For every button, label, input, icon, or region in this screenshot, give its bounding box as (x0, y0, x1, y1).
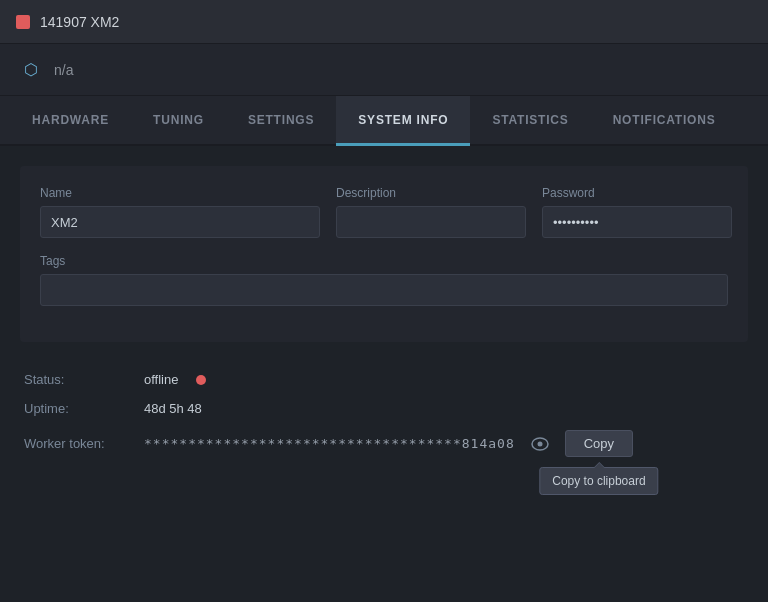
status-label: Status: (24, 372, 144, 387)
svg-point-1 (537, 441, 542, 446)
name-label: Name (40, 186, 320, 200)
form-section: Name Description Password Tags (20, 166, 748, 342)
worker-token-text: ************************************814a… (144, 436, 515, 451)
tab-settings[interactable]: SETTINGS (226, 96, 336, 146)
uptime-label: Uptime: (24, 401, 144, 416)
uptime-row: Uptime: 48d 5h 48 (24, 401, 744, 416)
description-label: Description (336, 186, 526, 200)
status-text: offline (144, 372, 178, 387)
password-group: Password (542, 186, 732, 238)
copy-tooltip: Copy to clipboard (539, 467, 658, 495)
status-indicator (196, 375, 206, 385)
form-row-top: Name Description Password (40, 186, 728, 238)
copy-button[interactable]: Copy (565, 430, 633, 457)
form-row-tags: Tags (40, 254, 728, 306)
tab-hardware[interactable]: HARDWARE (10, 96, 131, 146)
eth-icon: ⬡ (20, 59, 42, 81)
eye-icon (531, 437, 549, 451)
info-section: Status: offline Uptime: 48d 5h 48 Worker… (20, 362, 748, 481)
uptime-text: 48d 5h 48 (144, 401, 202, 416)
tabs-bar: HARDWARE TUNING SETTINGS SYSTEM INFO STA… (0, 96, 768, 146)
tab-notifications[interactable]: NOTIFICATIONS (591, 96, 738, 146)
status-value: offline (144, 372, 206, 387)
password-label: Password (542, 186, 732, 200)
subtitle-bar: ⬡ n/a (0, 44, 768, 96)
tags-label: Tags (40, 254, 728, 268)
window-icon (16, 15, 30, 29)
show-token-button[interactable] (525, 433, 555, 455)
tags-group: Tags (40, 254, 728, 306)
name-group: Name (40, 186, 320, 238)
tab-tuning[interactable]: TUNING (131, 96, 226, 146)
window-title: 141907 XM2 (40, 14, 119, 30)
description-input[interactable] (336, 206, 526, 238)
subtitle-text: n/a (54, 62, 73, 78)
main-content: Name Description Password Tags Status: (0, 146, 768, 501)
worker-token-label: Worker token: (24, 436, 144, 451)
password-input[interactable] (542, 206, 732, 238)
copy-button-wrapper: Copy Copy to clipboard (565, 430, 633, 457)
description-group: Description (336, 186, 526, 238)
name-input[interactable] (40, 206, 320, 238)
status-row: Status: offline (24, 372, 744, 387)
title-bar: 141907 XM2 (0, 0, 768, 44)
tab-system-info[interactable]: SYSTEM INFO (336, 96, 470, 146)
worker-token-row: Worker token: **************************… (24, 430, 744, 457)
tags-input[interactable] (40, 274, 728, 306)
tab-statistics[interactable]: STATISTICS (470, 96, 590, 146)
uptime-value: 48d 5h 48 (144, 401, 202, 416)
worker-token-value: ************************************814a… (144, 430, 633, 457)
